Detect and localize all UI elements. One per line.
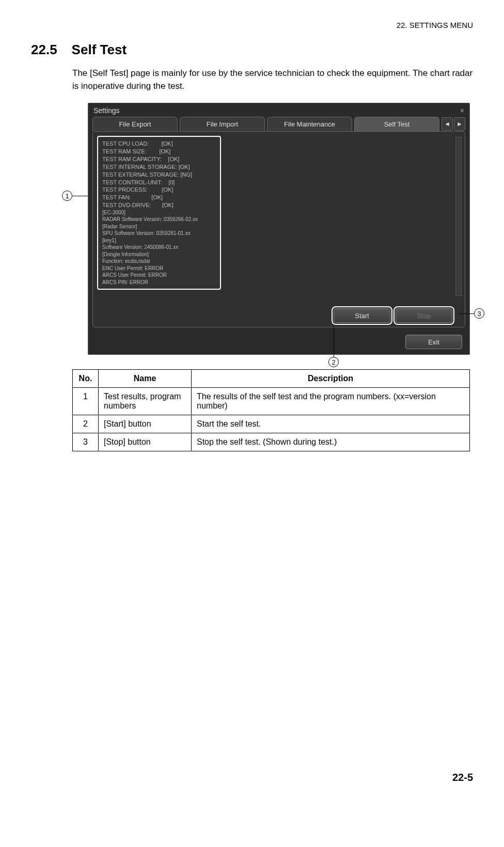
exit-button[interactable]: Exit: [405, 335, 462, 349]
result-line: TEST RAM SIZE: [OK]: [102, 148, 216, 155]
tab-self-test[interactable]: Self Test: [354, 117, 439, 131]
sw-line: [Radar Sensor]: [102, 223, 216, 230]
sw-line: SPU Software Version: 0359281-01.xx: [102, 230, 216, 237]
cell-no: 3: [73, 433, 99, 451]
tab-file-maintenance[interactable]: File Maintenance: [267, 117, 352, 131]
tab-file-export[interactable]: File Export: [92, 117, 178, 131]
window-title: Settings: [93, 106, 120, 115]
callout-3: 3: [459, 308, 484, 319]
th-desc: Description: [192, 370, 470, 388]
result-line: TEST FAN: [OK]: [102, 194, 216, 201]
cell-no: 2: [73, 415, 99, 433]
callout-1-number: 1: [62, 191, 72, 201]
table-row: 1 Test results, program numbers The resu…: [73, 388, 470, 415]
figure: 1 Settings × File Export File Import Fil…: [72, 103, 470, 355]
sw-line: Function: ecdis,radar: [102, 258, 216, 265]
sw-line: ARCS User Permit: ERROR: [102, 272, 216, 279]
cell-desc: The results of the self test and the pro…: [192, 388, 470, 415]
intro-paragraph: The [Self Test] page is mainly for use b…: [72, 67, 473, 92]
callout-2: 2: [328, 326, 339, 367]
tab-file-import[interactable]: File Import: [180, 117, 265, 131]
chapter-header: 22. SETTINGS MENU: [31, 21, 473, 29]
sw-line: Software Version: 2450086-01.xx: [102, 244, 216, 251]
result-line: TEST INTERNAL STORAGE: [OK]: [102, 163, 216, 171]
cell-no: 1: [73, 388, 99, 415]
close-icon[interactable]: ×: [460, 106, 464, 115]
sw-line: [EC-3000]: [102, 209, 216, 216]
cell-desc: Start the self test.: [192, 415, 470, 433]
results-box: TEST CPU LOAD: [OK] TEST RAM SIZE: [OK] …: [97, 136, 221, 290]
section-number: 22.5: [31, 42, 57, 58]
callout-2-number: 2: [328, 357, 339, 367]
sw-line: ARCS PIN: ERROR: [102, 279, 216, 286]
scrollbar[interactable]: [455, 137, 462, 296]
sw-line: [key1]: [102, 237, 216, 244]
sw-line: [Dongle Information]: [102, 251, 216, 258]
description-table: No. Name Description 1 Test results, pro…: [72, 369, 470, 451]
start-button[interactable]: Start: [334, 308, 390, 323]
cell-name: [Start] button: [99, 415, 192, 433]
section-title: Self Test: [72, 42, 127, 57]
tab-next-icon[interactable]: ►: [454, 117, 465, 131]
result-line: TEST CONTROL-UNIT: [0]: [102, 179, 216, 186]
sw-line: RADAR Software Version: 0359266-02.xx: [102, 216, 216, 223]
settings-window: Settings × File Export File Import File …: [88, 103, 470, 355]
result-line: TEST DVD-DRIVE: [OK]: [102, 201, 216, 209]
table-row: 2 [Start] button Start the self test.: [73, 415, 470, 433]
th-no: No.: [73, 370, 99, 388]
tab-prev-icon[interactable]: ◄: [442, 117, 453, 131]
content-panel: TEST CPU LOAD: [OK] TEST RAM SIZE: [OK] …: [92, 131, 465, 327]
result-line: TEST PROCESS: [OK]: [102, 186, 216, 194]
table-row: 3 [Stop] button Stop the self test. (Sho…: [73, 433, 470, 451]
result-line: TEST EXTERNAL STORAGE: [NG]: [102, 171, 216, 179]
result-line: TEST CPU LOAD: [OK]: [102, 140, 216, 148]
sw-line: ENC User Permit: ERROR: [102, 265, 216, 272]
result-line: TEST RAM CAPACITY: [OK]: [102, 155, 216, 163]
th-name: Name: [99, 370, 192, 388]
stop-button[interactable]: Stop: [396, 308, 452, 323]
cell-name: Test results, program numbers: [99, 388, 192, 415]
page-number: 22-5: [31, 772, 473, 783]
section-heading: 22.5Self Test: [31, 42, 473, 58]
tab-bar: File Export File Import File Maintenance…: [88, 115, 469, 131]
cell-desc: Stop the self test. (Shown during test.): [192, 433, 470, 451]
cell-name: [Stop] button: [99, 433, 192, 451]
callout-3-number: 3: [474, 308, 484, 319]
